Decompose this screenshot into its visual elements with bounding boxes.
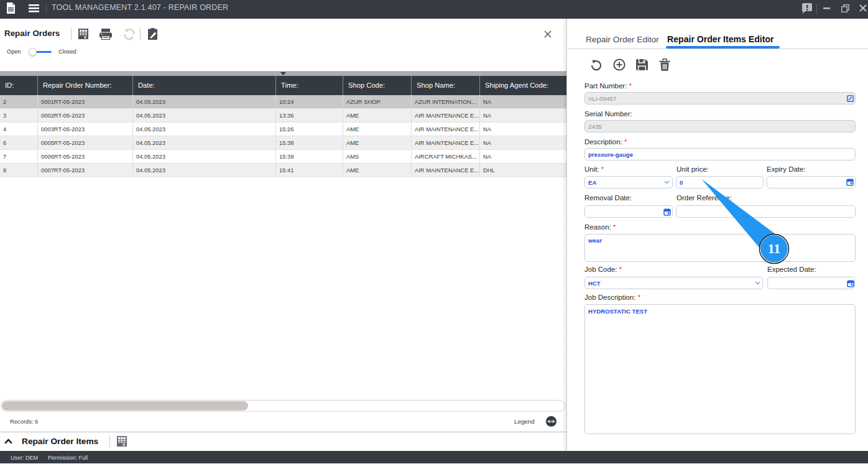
svg-text:11: 11	[768, 241, 780, 256]
